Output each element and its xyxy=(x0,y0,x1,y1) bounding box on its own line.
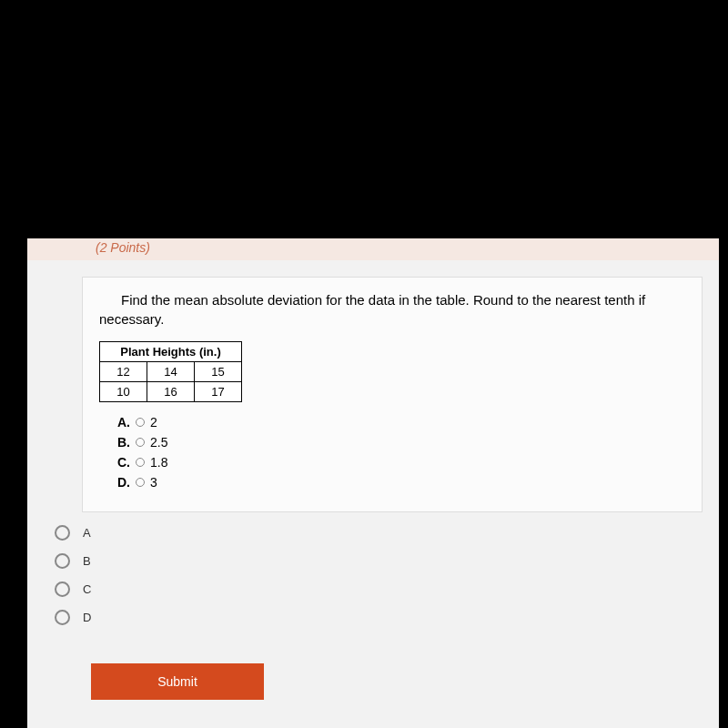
question-box: Find the mean absolute deviation for the… xyxy=(82,277,703,512)
inline-radio-icon xyxy=(136,438,145,447)
table-cell: 15 xyxy=(195,362,242,382)
inline-radio-icon xyxy=(136,418,145,427)
option-value: 1.8 xyxy=(150,455,167,470)
option-letter: A. xyxy=(117,415,130,430)
points-header: (2 Points) xyxy=(27,238,719,260)
inline-radio-icon xyxy=(136,478,145,487)
option-letter: C. xyxy=(117,455,130,470)
radio-option-c[interactable]: C xyxy=(55,581,719,597)
table-row: 10 16 17 xyxy=(100,382,242,402)
table-cell: 12 xyxy=(100,362,147,382)
inline-option-d: D. 3 xyxy=(117,475,685,490)
option-value: 3 xyxy=(150,475,157,490)
table-cell: 10 xyxy=(100,382,147,402)
option-value: 2 xyxy=(150,415,157,430)
option-letter: D. xyxy=(117,475,130,490)
table-cell: 16 xyxy=(147,382,195,402)
inline-option-c: C. 1.8 xyxy=(117,455,685,470)
option-letter: B. xyxy=(117,435,130,450)
radio-circle-icon xyxy=(55,553,70,569)
radio-option-b[interactable]: B xyxy=(55,553,719,569)
radio-option-a[interactable]: A xyxy=(55,525,719,541)
radio-label: D xyxy=(83,611,91,624)
table-row: 12 14 15 xyxy=(100,362,242,382)
content-area: (2 Points) Find the mean absolute deviat… xyxy=(27,238,719,728)
radio-label: A xyxy=(83,526,91,540)
radio-circle-icon xyxy=(55,610,70,625)
option-value: 2.5 xyxy=(150,435,167,450)
inline-options: A. 2 B. 2.5 C. 1.8 D. 3 xyxy=(117,415,685,490)
inline-option-b: B. 2.5 xyxy=(117,435,685,450)
radio-group: A B C D xyxy=(55,525,719,625)
radio-option-d[interactable]: D xyxy=(55,610,719,625)
radio-circle-icon xyxy=(55,581,70,597)
table-cell: 17 xyxy=(195,382,242,402)
radio-circle-icon xyxy=(55,525,70,541)
inline-radio-icon xyxy=(136,458,145,467)
radio-label: B xyxy=(83,554,91,568)
table-header: Plant Heights (in.) xyxy=(100,342,242,362)
data-table: Plant Heights (in.) 12 14 15 10 16 17 xyxy=(99,341,242,402)
inline-option-a: A. 2 xyxy=(117,415,685,430)
radio-label: C xyxy=(83,582,91,596)
submit-button[interactable]: Submit xyxy=(91,663,264,700)
question-text: Find the mean absolute deviation for the… xyxy=(99,290,685,329)
table-cell: 14 xyxy=(147,362,195,382)
top-black-bar xyxy=(0,0,728,237)
